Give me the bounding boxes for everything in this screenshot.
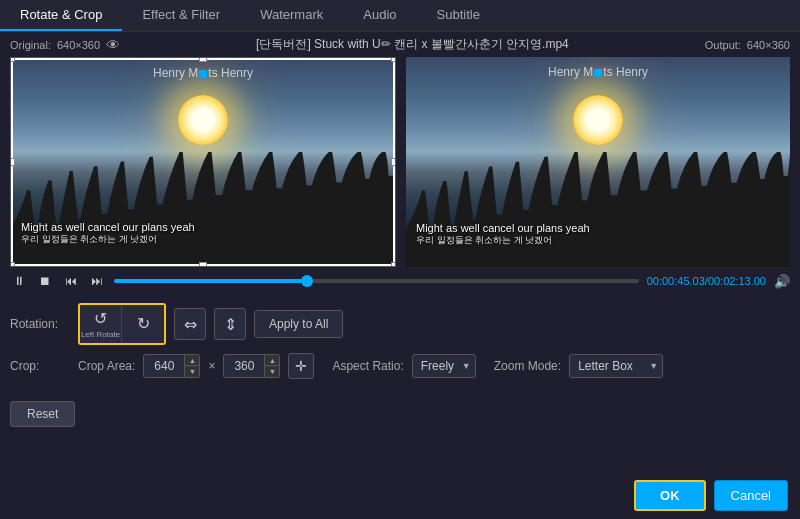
aspect-ratio-select-wrap: Freely 16:9 4:3 1:1 ▼: [412, 354, 476, 378]
progress-bar[interactable]: [114, 279, 639, 283]
tab-rotate-crop[interactable]: Rotate & Crop: [0, 0, 122, 31]
tab-audio[interactable]: Audio: [343, 0, 416, 31]
original-label: Original:: [10, 39, 51, 51]
right-subtitle-line1: Might as well cancel our plans yeah: [416, 222, 780, 234]
right-video-panel: Henry M◼ts Henry Might as well cancel ou…: [406, 57, 790, 267]
left-watermark: Henry M◼ts Henry: [153, 66, 253, 80]
crop-width-spinners: ▲ ▼: [184, 355, 199, 377]
crop-handle-br[interactable]: [391, 262, 396, 267]
output-res: 640×360: [747, 39, 790, 51]
x-separator: ×: [208, 359, 215, 373]
header-row: Original: 640×360 👁 [단독버전] Stuck with U✏…: [0, 32, 800, 57]
total-time: 00:02:13.00: [708, 275, 766, 287]
subtitle-line2: 우리 일정들은 취소하는 게 낫겠어: [21, 233, 385, 246]
center-crop-button[interactable]: ✛: [288, 353, 314, 379]
current-time: 00:00:45.03: [647, 275, 705, 287]
crop-handle-tl[interactable]: [10, 57, 15, 62]
left-rotate-icon: ↺: [94, 309, 107, 328]
volume-icon[interactable]: 🔊: [774, 274, 790, 289]
video-area: Henry M◼ts Henry Might as well cancel ou…: [0, 57, 800, 267]
next-frame-button[interactable]: ⏭: [88, 272, 106, 290]
cancel-button[interactable]: Cancel: [714, 480, 788, 511]
crop-handle-ml[interactable]: [10, 158, 15, 166]
play-button[interactable]: ⏸: [10, 272, 28, 290]
left-subtitle: Might as well cancel our plans yeah 우리 일…: [21, 221, 385, 246]
rotation-buttons-group: ↺ Left Rotate ↻: [78, 303, 166, 345]
right-rotate-button[interactable]: ↻: [122, 305, 164, 343]
eye-icon[interactable]: 👁: [106, 37, 120, 53]
zoom-mode-label: Zoom Mode:: [494, 359, 561, 373]
tab-watermark[interactable]: Watermark: [240, 0, 343, 31]
progress-fill: [114, 279, 308, 283]
output-label: Output:: [705, 39, 741, 51]
right-subtitle-line2: 우리 일정들은 취소하는 게 낫겠어: [416, 234, 780, 247]
reeds-silhouette: [11, 152, 395, 266]
aspect-ratio-select[interactable]: Freely 16:9 4:3 1:1: [412, 354, 476, 378]
crop-height-spinners: ▲ ▼: [264, 355, 279, 377]
crop-width-up[interactable]: ▲: [185, 355, 199, 366]
right-video-bg: Henry M◼ts Henry Might as well cancel ou…: [406, 57, 790, 267]
reset-button[interactable]: Reset: [10, 401, 75, 427]
crop-row: Crop: Crop Area: ▲ ▼ × ▲ ▼ ✛ Aspect Rati…: [10, 353, 790, 379]
zoom-mode-select[interactable]: Letter Box Pan & Scan Full: [569, 354, 663, 378]
prev-frame-button[interactable]: ⏮: [62, 272, 80, 290]
controls-area: Rotation: ↺ Left Rotate ↻ ⇔ ⇕ Apply to A…: [0, 295, 800, 395]
crop-width-input-wrap: ▲ ▼: [143, 354, 200, 378]
stop-button[interactable]: ⏹: [36, 272, 54, 290]
right-watermark: Henry M◼ts Henry: [548, 65, 648, 79]
right-sun-effect: [573, 95, 623, 145]
progress-handle[interactable]: [301, 275, 313, 287]
crop-height-input[interactable]: [224, 359, 264, 373]
sun-effect: [178, 95, 228, 145]
aspect-ratio-label: Aspect Ratio:: [332, 359, 403, 373]
crop-height-down[interactable]: ▼: [265, 366, 279, 377]
tab-subtitle[interactable]: Subtitle: [417, 0, 500, 31]
center-crop-icon: ✛: [295, 358, 307, 374]
apply-all-button[interactable]: Apply to All: [254, 310, 343, 338]
crop-handle-tr[interactable]: [391, 57, 396, 62]
ok-button[interactable]: OK: [634, 480, 706, 511]
crop-width-input[interactable]: [144, 359, 184, 373]
filename: [단독버전] Stuck with U✏ 캔리 x 볼빨간사춘기 안지영.mp4: [256, 37, 569, 51]
left-video-bg: Henry M◼ts Henry Might as well cancel ou…: [11, 58, 395, 266]
flip-vertical-button[interactable]: ⇕: [214, 308, 246, 340]
crop-handle-mr[interactable]: [391, 158, 396, 166]
left-video-panel: Henry M◼ts Henry Might as well cancel ou…: [10, 57, 396, 267]
left-rotate-label: Left Rotate: [81, 330, 120, 339]
crop-width-down[interactable]: ▼: [185, 366, 199, 377]
playback-bar: ⏸ ⏹ ⏮ ⏭ 00:00:45.03/00:02:13.00 🔊: [0, 267, 800, 295]
original-res: 640×360: [57, 39, 100, 51]
right-subtitle: Might as well cancel our plans yeah 우리 일…: [416, 222, 780, 247]
subtitle-line1: Might as well cancel our plans yeah: [21, 221, 385, 233]
crop-height-input-wrap: ▲ ▼: [223, 354, 280, 378]
flip-v-icon: ⇕: [224, 315, 237, 334]
tab-bar: Rotate & Crop Effect & Filter Watermark …: [0, 0, 800, 32]
tab-effect-filter[interactable]: Effect & Filter: [122, 0, 240, 31]
crop-label: Crop:: [10, 359, 70, 373]
rotation-row: Rotation: ↺ Left Rotate ↻ ⇔ ⇕ Apply to A…: [10, 303, 790, 345]
rotation-label: Rotation:: [10, 317, 70, 331]
flip-h-icon: ⇔: [184, 315, 197, 334]
crop-handle-bm[interactable]: [199, 262, 207, 267]
zoom-mode-select-wrap: Letter Box Pan & Scan Full ▼: [569, 354, 663, 378]
flip-horizontal-button[interactable]: ⇔: [174, 308, 206, 340]
crop-handle-tm[interactable]: [199, 57, 207, 62]
crop-height-up[interactable]: ▲: [265, 355, 279, 366]
left-rotate-button[interactable]: ↺ Left Rotate: [80, 305, 122, 343]
right-rotate-icon: ↻: [137, 314, 150, 333]
bottom-row: Reset: [0, 395, 800, 433]
right-reeds-silhouette: [406, 152, 790, 268]
footer: OK Cancel: [622, 472, 800, 519]
crop-handle-bl[interactable]: [10, 262, 15, 267]
time-display: 00:00:45.03/00:02:13.00: [647, 275, 766, 287]
crop-area-label: Crop Area:: [78, 359, 135, 373]
